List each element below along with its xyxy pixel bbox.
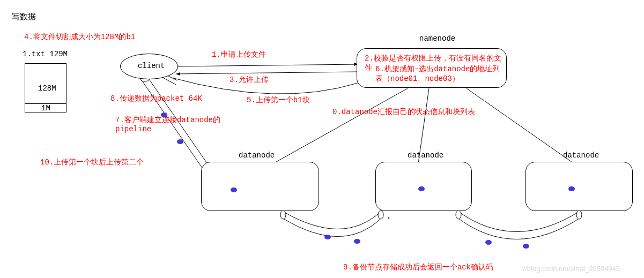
packet-dot bbox=[354, 239, 360, 244]
step-10: 10.上传第一个块后上传第二个 bbox=[40, 157, 144, 167]
packet-dot bbox=[324, 235, 331, 239]
datanode1-title: datanode bbox=[239, 151, 275, 160]
svg-point-14 bbox=[388, 217, 389, 219]
file-block-diagram: 128M 1M bbox=[25, 63, 66, 112]
step-6: 6.机架感知-选出datanode的地址列表（node01、node03） bbox=[375, 64, 504, 84]
file-block-128m: 128M bbox=[38, 84, 56, 93]
file-name-label: 1.txt 129M bbox=[23, 50, 68, 58]
svg-line-0 bbox=[176, 64, 358, 66]
page-title: 写数据 bbox=[12, 12, 36, 22]
step-7: 7.客户端建立连接datanode的pipeline bbox=[115, 115, 239, 133]
diagram-canvas: 写数据 1.txt 129M 128M 1M client namenode d… bbox=[0, 0, 644, 278]
datanode3-title: datanode bbox=[563, 151, 599, 160]
step-3: 3.允许上传 bbox=[230, 75, 269, 85]
step-9: 9.备份节点存储成功后会返回一个ack确认码 bbox=[343, 262, 493, 272]
packet-dot bbox=[231, 187, 237, 192]
svg-point-8 bbox=[378, 211, 383, 219]
svg-line-1 bbox=[176, 72, 358, 74]
svg-point-9 bbox=[456, 211, 461, 219]
watermark: ://blog.csdn.net/sinat_26594945 bbox=[521, 265, 620, 273]
step-0: 0.datanode汇报自己的状态信息和块列表 bbox=[332, 107, 475, 117]
packet-dot bbox=[523, 244, 529, 249]
step-1: 1.申请上传文件 bbox=[212, 50, 266, 59]
file-block-1m: 1M bbox=[41, 104, 50, 112]
svg-point-10 bbox=[576, 211, 582, 219]
namenode-title: namenode bbox=[419, 34, 455, 43]
svg-line-4 bbox=[467, 88, 574, 163]
datanode2-title: datanode bbox=[408, 151, 443, 160]
svg-line-12 bbox=[161, 77, 176, 85]
packet-dot bbox=[418, 186, 425, 191]
datanode2-box bbox=[375, 162, 472, 211]
packet-dot bbox=[485, 240, 492, 245]
step-5: 5.上传第一个b1块 bbox=[247, 95, 310, 105]
packet-dot bbox=[177, 139, 183, 144]
datanode3-box bbox=[525, 162, 633, 211]
svg-point-7 bbox=[280, 211, 286, 219]
datanode1-box bbox=[201, 162, 319, 211]
client-node: client bbox=[120, 54, 178, 79]
step-4: 4.将文件切割成大小为128M的b1 bbox=[24, 32, 135, 42]
packet-dot bbox=[568, 186, 575, 191]
step-8: 8.传递数据为packet 64K bbox=[110, 94, 202, 103]
client-label: client bbox=[138, 62, 165, 70]
